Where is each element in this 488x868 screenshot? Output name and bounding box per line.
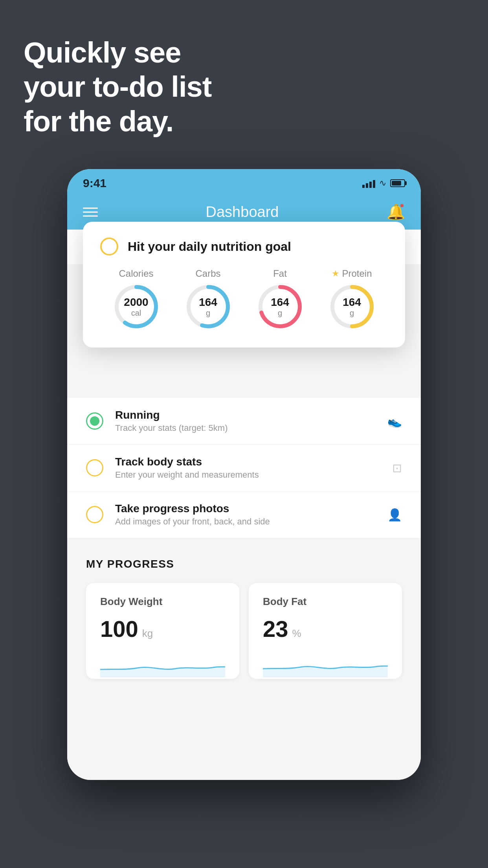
photos-subtitle: Add images of your front, back, and side [115,517,376,527]
progress-section-label: My Progress [86,558,402,570]
body-weight-value-row: 100 kg [100,616,225,642]
status-icons: ∿ [362,178,405,188]
nutrition-row: Calories 2000 cal [100,268,388,330]
calories-value: 2000 [124,296,148,309]
bell-notification-dot [400,203,404,208]
todo-body-stats[interactable]: Track body stats Enter your weight and m… [67,445,421,491]
todo-running[interactable]: Running Track your stats (target: 5km) 👟 [67,398,421,445]
card-title-row: Hit your daily nutrition goal [100,237,388,256]
main-content: Things To Do Today Hit your daily nutrit… [67,230,421,780]
photos-title: Take progress photos [115,502,376,515]
body-fat-title: Body Fat [263,596,388,608]
headline-line2: your to-do list [24,70,211,104]
body-weight-card[interactable]: Body Weight 100 kg [86,583,239,679]
body-stats-title: Track body stats [115,456,380,468]
headline: Quickly see your to-do list for the day. [24,35,211,138]
scale-icon: ⊡ [392,461,402,475]
nutrition-calories: Calories 2000 cal [113,268,160,330]
todo-progress-photos[interactable]: Take progress photos Add images of your … [67,491,421,538]
fat-label: Fat [273,268,287,279]
progress-cards: Body Weight 100 kg Body Fat [86,583,402,679]
body-stats-subtitle: Enter your weight and measurements [115,470,380,480]
phone-wrapper: 9:41 ∿ Dashboard 🔔 [67,169,421,780]
photos-check-circle[interactable] [86,506,103,523]
nav-title: Dashboard [206,204,279,221]
nutrition-card: Hit your daily nutrition goal Calories [83,222,405,348]
carbs-value: 164 [199,296,217,309]
body-weight-title: Body Weight [100,596,225,608]
protein-circle: 164 g [328,283,376,330]
progress-section: My Progress Body Weight 100 kg [67,538,421,695]
star-icon: ★ [332,268,339,279]
body-stats-check-circle[interactable] [86,459,103,476]
body-weight-sparkline [100,654,225,677]
body-fat-card[interactable]: Body Fat 23 % [249,583,402,679]
photo-icon: 👤 [387,508,402,522]
fat-value: 164 [271,296,289,309]
body-fat-value: 23 [263,616,288,642]
body-fat-value-row: 23 % [263,616,388,642]
phone: 9:41 ∿ Dashboard 🔔 [67,169,421,780]
running-check-fill [90,416,99,426]
bell-icon[interactable]: 🔔 [387,203,405,221]
nutrition-fat: Fat 164 g [257,268,304,330]
protein-value: 164 [343,296,361,309]
calories-label: Calories [119,268,153,279]
body-weight-value: 100 [100,616,138,642]
headline-line3: for the day. [24,104,211,138]
signal-icon [362,178,375,188]
battery-icon [390,179,405,187]
body-weight-unit: kg [142,627,153,640]
calories-circle: 2000 cal [113,283,160,330]
body-stats-text: Track body stats Enter your weight and m… [115,456,380,480]
photos-text: Take progress photos Add images of your … [115,502,376,527]
hamburger-menu[interactable] [83,208,98,217]
running-title: Running [115,409,376,421]
body-fat-unit: % [292,627,301,640]
headline-line1: Quickly see [24,35,211,70]
running-subtitle: Track your stats (target: 5km) [115,423,376,433]
running-text: Running Track your stats (target: 5km) [115,409,376,433]
status-time: 9:41 [83,177,106,190]
wifi-icon: ∿ [379,178,386,188]
todo-list: Running Track your stats (target: 5km) 👟… [67,398,421,538]
running-check-circle[interactable] [86,412,103,430]
card-title: Hit your daily nutrition goal [128,239,291,254]
body-fat-sparkline [263,654,388,677]
carbs-circle: 164 g [185,283,232,330]
fat-circle: 164 g [257,283,304,330]
protein-label: ★ Protein [332,268,372,279]
nutrition-protein: ★ Protein 164 g [328,268,376,330]
card-check-circle[interactable] [100,237,118,256]
status-bar: 9:41 ∿ [67,169,421,194]
nutrition-carbs: Carbs 164 g [185,268,232,330]
carbs-label: Carbs [195,268,220,279]
shoe-icon: 👟 [387,414,402,428]
